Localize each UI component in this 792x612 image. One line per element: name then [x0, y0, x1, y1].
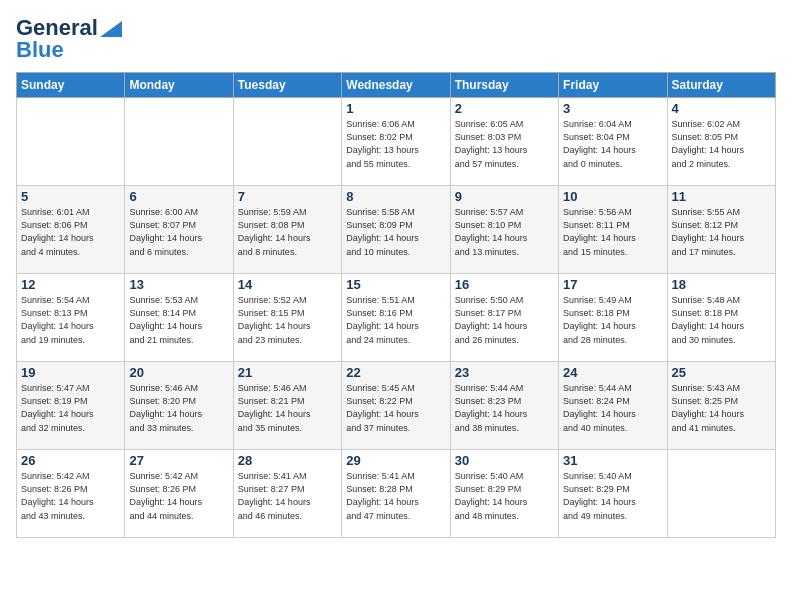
- calendar-cell: 5Sunrise: 6:01 AMSunset: 8:06 PMDaylight…: [17, 186, 125, 274]
- day-number: 29: [346, 453, 445, 468]
- day-number: 23: [455, 365, 554, 380]
- day-number: 20: [129, 365, 228, 380]
- cell-info: Sunrise: 6:00 AMSunset: 8:07 PMDaylight:…: [129, 206, 228, 258]
- day-number: 25: [672, 365, 771, 380]
- logo-icon: [100, 21, 122, 37]
- day-number: 9: [455, 189, 554, 204]
- cell-info: Sunrise: 6:06 AMSunset: 8:02 PMDaylight:…: [346, 118, 445, 170]
- calendar-cell: 27Sunrise: 5:42 AMSunset: 8:26 PMDayligh…: [125, 450, 233, 538]
- cell-info: Sunrise: 5:50 AMSunset: 8:17 PMDaylight:…: [455, 294, 554, 346]
- calendar-cell: 7Sunrise: 5:59 AMSunset: 8:08 PMDaylight…: [233, 186, 341, 274]
- calendar-cell: 19Sunrise: 5:47 AMSunset: 8:19 PMDayligh…: [17, 362, 125, 450]
- cell-info: Sunrise: 5:43 AMSunset: 8:25 PMDaylight:…: [672, 382, 771, 434]
- calendar-cell: 21Sunrise: 5:46 AMSunset: 8:21 PMDayligh…: [233, 362, 341, 450]
- calendar-cell: 22Sunrise: 5:45 AMSunset: 8:22 PMDayligh…: [342, 362, 450, 450]
- cell-info: Sunrise: 5:53 AMSunset: 8:14 PMDaylight:…: [129, 294, 228, 346]
- page-header: General Blue: [16, 16, 776, 62]
- day-number: 27: [129, 453, 228, 468]
- cell-info: Sunrise: 6:01 AMSunset: 8:06 PMDaylight:…: [21, 206, 120, 258]
- cell-info: Sunrise: 5:58 AMSunset: 8:09 PMDaylight:…: [346, 206, 445, 258]
- dow-header: Saturday: [667, 73, 775, 98]
- calendar-cell: 1Sunrise: 6:06 AMSunset: 8:02 PMDaylight…: [342, 98, 450, 186]
- day-number: 18: [672, 277, 771, 292]
- calendar-cell: 17Sunrise: 5:49 AMSunset: 8:18 PMDayligh…: [559, 274, 667, 362]
- day-number: 4: [672, 101, 771, 116]
- day-number: 24: [563, 365, 662, 380]
- calendar-cell: 10Sunrise: 5:56 AMSunset: 8:11 PMDayligh…: [559, 186, 667, 274]
- day-number: 8: [346, 189, 445, 204]
- day-number: 2: [455, 101, 554, 116]
- calendar-cell: 20Sunrise: 5:46 AMSunset: 8:20 PMDayligh…: [125, 362, 233, 450]
- cell-info: Sunrise: 5:57 AMSunset: 8:10 PMDaylight:…: [455, 206, 554, 258]
- day-number: 19: [21, 365, 120, 380]
- dow-header: Friday: [559, 73, 667, 98]
- calendar-cell: 26Sunrise: 5:42 AMSunset: 8:26 PMDayligh…: [17, 450, 125, 538]
- cell-info: Sunrise: 5:40 AMSunset: 8:29 PMDaylight:…: [563, 470, 662, 522]
- day-number: 10: [563, 189, 662, 204]
- cell-info: Sunrise: 5:52 AMSunset: 8:15 PMDaylight:…: [238, 294, 337, 346]
- cell-info: Sunrise: 5:47 AMSunset: 8:19 PMDaylight:…: [21, 382, 120, 434]
- day-number: 16: [455, 277, 554, 292]
- calendar-cell: 6Sunrise: 6:00 AMSunset: 8:07 PMDaylight…: [125, 186, 233, 274]
- day-number: 22: [346, 365, 445, 380]
- dow-header: Tuesday: [233, 73, 341, 98]
- calendar-cell: 12Sunrise: 5:54 AMSunset: 8:13 PMDayligh…: [17, 274, 125, 362]
- cell-info: Sunrise: 6:04 AMSunset: 8:04 PMDaylight:…: [563, 118, 662, 170]
- calendar-cell: [667, 450, 775, 538]
- day-number: 21: [238, 365, 337, 380]
- cell-info: Sunrise: 5:54 AMSunset: 8:13 PMDaylight:…: [21, 294, 120, 346]
- cell-info: Sunrise: 5:42 AMSunset: 8:26 PMDaylight:…: [21, 470, 120, 522]
- cell-info: Sunrise: 5:49 AMSunset: 8:18 PMDaylight:…: [563, 294, 662, 346]
- day-number: 26: [21, 453, 120, 468]
- day-number: 13: [129, 277, 228, 292]
- logo: General Blue: [16, 16, 122, 62]
- cell-info: Sunrise: 5:56 AMSunset: 8:11 PMDaylight:…: [563, 206, 662, 258]
- day-number: 5: [21, 189, 120, 204]
- cell-info: Sunrise: 5:59 AMSunset: 8:08 PMDaylight:…: [238, 206, 337, 258]
- day-number: 17: [563, 277, 662, 292]
- cell-info: Sunrise: 5:42 AMSunset: 8:26 PMDaylight:…: [129, 470, 228, 522]
- calendar-cell: 13Sunrise: 5:53 AMSunset: 8:14 PMDayligh…: [125, 274, 233, 362]
- calendar-cell: [125, 98, 233, 186]
- cell-info: Sunrise: 5:55 AMSunset: 8:12 PMDaylight:…: [672, 206, 771, 258]
- day-number: 14: [238, 277, 337, 292]
- calendar-cell: 8Sunrise: 5:58 AMSunset: 8:09 PMDaylight…: [342, 186, 450, 274]
- calendar-cell: 11Sunrise: 5:55 AMSunset: 8:12 PMDayligh…: [667, 186, 775, 274]
- cell-info: Sunrise: 5:41 AMSunset: 8:28 PMDaylight:…: [346, 470, 445, 522]
- calendar-table: SundayMondayTuesdayWednesdayThursdayFrid…: [16, 72, 776, 538]
- cell-info: Sunrise: 5:46 AMSunset: 8:21 PMDaylight:…: [238, 382, 337, 434]
- day-number: 12: [21, 277, 120, 292]
- cell-info: Sunrise: 5:45 AMSunset: 8:22 PMDaylight:…: [346, 382, 445, 434]
- calendar-cell: 24Sunrise: 5:44 AMSunset: 8:24 PMDayligh…: [559, 362, 667, 450]
- calendar-cell: [17, 98, 125, 186]
- calendar-cell: 28Sunrise: 5:41 AMSunset: 8:27 PMDayligh…: [233, 450, 341, 538]
- calendar-cell: 2Sunrise: 6:05 AMSunset: 8:03 PMDaylight…: [450, 98, 558, 186]
- day-number: 1: [346, 101, 445, 116]
- cell-info: Sunrise: 5:40 AMSunset: 8:29 PMDaylight:…: [455, 470, 554, 522]
- day-number: 7: [238, 189, 337, 204]
- calendar-cell: 23Sunrise: 5:44 AMSunset: 8:23 PMDayligh…: [450, 362, 558, 450]
- cell-info: Sunrise: 5:51 AMSunset: 8:16 PMDaylight:…: [346, 294, 445, 346]
- calendar-cell: 9Sunrise: 5:57 AMSunset: 8:10 PMDaylight…: [450, 186, 558, 274]
- calendar-cell: 25Sunrise: 5:43 AMSunset: 8:25 PMDayligh…: [667, 362, 775, 450]
- cell-info: Sunrise: 5:44 AMSunset: 8:23 PMDaylight:…: [455, 382, 554, 434]
- day-number: 28: [238, 453, 337, 468]
- cell-info: Sunrise: 6:02 AMSunset: 8:05 PMDaylight:…: [672, 118, 771, 170]
- cell-info: Sunrise: 5:48 AMSunset: 8:18 PMDaylight:…: [672, 294, 771, 346]
- day-number: 15: [346, 277, 445, 292]
- dow-header: Thursday: [450, 73, 558, 98]
- dow-header: Wednesday: [342, 73, 450, 98]
- svg-marker-0: [100, 21, 122, 37]
- calendar-cell: 3Sunrise: 6:04 AMSunset: 8:04 PMDaylight…: [559, 98, 667, 186]
- calendar-cell: 29Sunrise: 5:41 AMSunset: 8:28 PMDayligh…: [342, 450, 450, 538]
- cell-info: Sunrise: 5:41 AMSunset: 8:27 PMDaylight:…: [238, 470, 337, 522]
- day-number: 6: [129, 189, 228, 204]
- cell-info: Sunrise: 5:46 AMSunset: 8:20 PMDaylight:…: [129, 382, 228, 434]
- calendar-cell: 18Sunrise: 5:48 AMSunset: 8:18 PMDayligh…: [667, 274, 775, 362]
- calendar-cell: [233, 98, 341, 186]
- calendar-cell: 14Sunrise: 5:52 AMSunset: 8:15 PMDayligh…: [233, 274, 341, 362]
- dow-header: Monday: [125, 73, 233, 98]
- day-number: 31: [563, 453, 662, 468]
- dow-header: Sunday: [17, 73, 125, 98]
- calendar-cell: 4Sunrise: 6:02 AMSunset: 8:05 PMDaylight…: [667, 98, 775, 186]
